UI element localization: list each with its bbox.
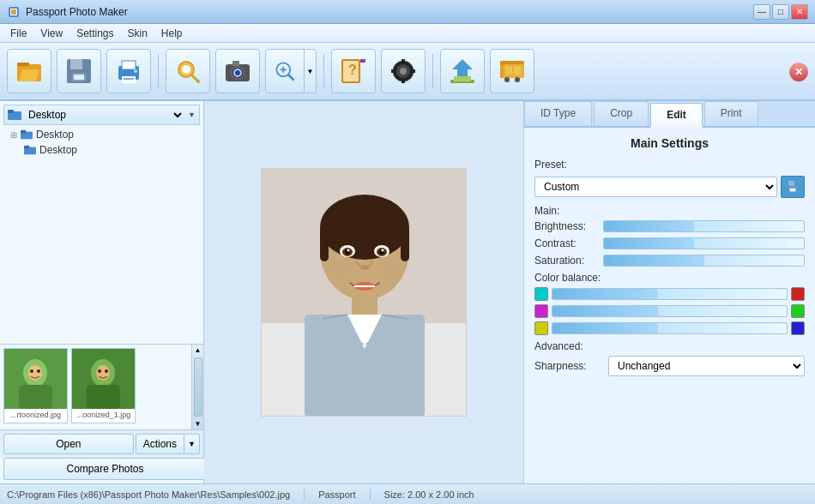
- toolbar-separator-3: [432, 54, 433, 88]
- close-button[interactable]: ✕: [791, 4, 808, 20]
- folder-tree: Desktop ▼ ⊞ Desktop Desktop: [0, 101, 203, 344]
- thumbnail-1[interactable]: ...rtoonized.jpg: [3, 348, 68, 423]
- sharpness-select[interactable]: Unchanged Sharpen Soften Custom: [608, 356, 805, 376]
- contrast-fill: [604, 238, 694, 249]
- yellow-blue-slider[interactable]: [552, 322, 788, 334]
- cart-button[interactable]: [490, 49, 534, 93]
- thumbnail-2[interactable]: ...oonized_1.jpg: [71, 348, 136, 423]
- svg-point-92: [329, 261, 346, 273]
- tree-item-desktop-child[interactable]: Desktop: [3, 142, 200, 158]
- search-button[interactable]: [166, 49, 210, 93]
- toolbar-wrapper: ▼ ?: [0, 43, 815, 101]
- contrast-slider[interactable]: [603, 237, 805, 249]
- svg-rect-7: [70, 59, 82, 69]
- status-sep-2: [370, 489, 371, 501]
- magenta-green-slider[interactable]: [552, 305, 788, 317]
- svg-point-66: [98, 369, 101, 373]
- svg-rect-37: [391, 69, 395, 73]
- actions-button[interactable]: Actions: [136, 434, 184, 454]
- brightness-fill: [604, 221, 694, 231]
- svg-rect-9: [74, 75, 84, 80]
- contrast-row: Contrast:: [534, 237, 805, 249]
- status-size: Size: 2.00 x 2.00 inch: [384, 489, 474, 500]
- svg-rect-97: [790, 189, 795, 191]
- preset-select[interactable]: Custom Default Vivid Soft: [534, 177, 777, 197]
- app-icon: [7, 5, 21, 19]
- saturation-fill: [604, 255, 704, 266]
- camera-icon: [224, 57, 251, 85]
- status-sep-1: [304, 489, 305, 501]
- color-balance-row-3: [534, 321, 805, 335]
- svg-point-48: [504, 77, 510, 82]
- sharpness-label: Sharpness:: [534, 360, 603, 372]
- svg-point-34: [400, 68, 407, 75]
- svg-point-71: [320, 195, 409, 260]
- tab-id-type[interactable]: ID Type: [524, 101, 592, 126]
- svg-point-67: [105, 369, 108, 373]
- center-area: [204, 101, 523, 483]
- save-button[interactable]: [57, 49, 101, 93]
- tab-print[interactable]: Print: [704, 101, 758, 126]
- film-icon: [389, 57, 417, 85]
- zoom-button[interactable]: ▼: [265, 49, 317, 93]
- help-icon: ?: [340, 57, 367, 85]
- open-button[interactable]: Open: [3, 434, 134, 454]
- menu-settings[interactable]: Settings: [69, 26, 120, 41]
- print-button[interactable]: [106, 49, 151, 93]
- svg-point-14: [134, 69, 137, 73]
- saturation-slider[interactable]: [603, 255, 805, 267]
- camera-button[interactable]: [215, 49, 260, 93]
- scroll-down-arrow[interactable]: ▼: [193, 418, 203, 429]
- menu-help[interactable]: Help: [154, 26, 190, 41]
- zoom-main[interactable]: [266, 50, 304, 93]
- menu-file[interactable]: File: [3, 26, 33, 41]
- preset-select-row: Custom Default Vivid Soft: [534, 176, 805, 198]
- svg-point-18: [196, 80, 200, 83]
- scroll-thumb[interactable]: [194, 357, 202, 417]
- preset-save-button[interactable]: [781, 176, 805, 198]
- export-button[interactable]: [440, 49, 485, 93]
- svg-rect-46: [505, 66, 512, 75]
- svg-rect-38: [412, 69, 415, 73]
- folder-icon: [21, 129, 33, 140]
- toolbar: ▼ ?: [0, 43, 815, 101]
- cyan-red-fill: [552, 289, 658, 299]
- help-button[interactable]: ?: [331, 49, 376, 93]
- export-icon: [449, 57, 476, 85]
- main-section-label: Main:: [534, 205, 805, 217]
- zoom-dropdown-arrow[interactable]: ▼: [304, 50, 316, 93]
- maximize-button[interactable]: □: [772, 4, 789, 20]
- cyan-red-slider[interactable]: [552, 288, 788, 300]
- svg-rect-95: [788, 181, 794, 186]
- svg-rect-55: [24, 146, 29, 149]
- folder-dropdown-arrow[interactable]: ▼: [188, 111, 196, 119]
- thumbnail-1-svg: [3, 349, 68, 409]
- toolbar-close-button[interactable]: ✕: [789, 63, 808, 81]
- saturation-row: Saturation:: [534, 255, 805, 267]
- menu-skin[interactable]: Skin: [121, 26, 154, 41]
- svg-point-61: [37, 369, 40, 373]
- toolbar-separator-1: [158, 54, 159, 88]
- brightness-slider[interactable]: [603, 220, 805, 232]
- cyan-swatch: [534, 287, 548, 301]
- svg-point-16: [182, 65, 190, 74]
- svg-rect-53: [21, 130, 26, 134]
- compare-photos-button[interactable]: Compare Photos: [3, 458, 207, 480]
- menu-view[interactable]: View: [33, 26, 69, 41]
- left-panel: Desktop ▼ ⊞ Desktop Desktop: [0, 101, 204, 483]
- color-balance-label: Color balance:: [534, 272, 805, 284]
- svg-text:?: ?: [348, 63, 357, 77]
- tab-edit[interactable]: Edit: [650, 103, 703, 128]
- thumbnail-area: ...rtoonized.jpg ..: [0, 344, 203, 429]
- film-button[interactable]: [381, 49, 426, 93]
- open-folder-button[interactable]: [7, 49, 51, 93]
- thumbnail-scrollbar: ▲ ▼: [191, 345, 203, 429]
- tab-crop[interactable]: Crop: [594, 101, 649, 126]
- minimize-button[interactable]: —: [753, 4, 770, 20]
- search-icon: [174, 57, 202, 85]
- tree-item-desktop-root[interactable]: ⊞ Desktop: [3, 127, 200, 142]
- actions-dropdown-arrow[interactable]: ▼: [184, 434, 200, 454]
- svg-rect-58: [19, 385, 52, 409]
- scroll-up-arrow[interactable]: ▲: [193, 345, 203, 356]
- folder-select[interactable]: Desktop: [25, 108, 184, 122]
